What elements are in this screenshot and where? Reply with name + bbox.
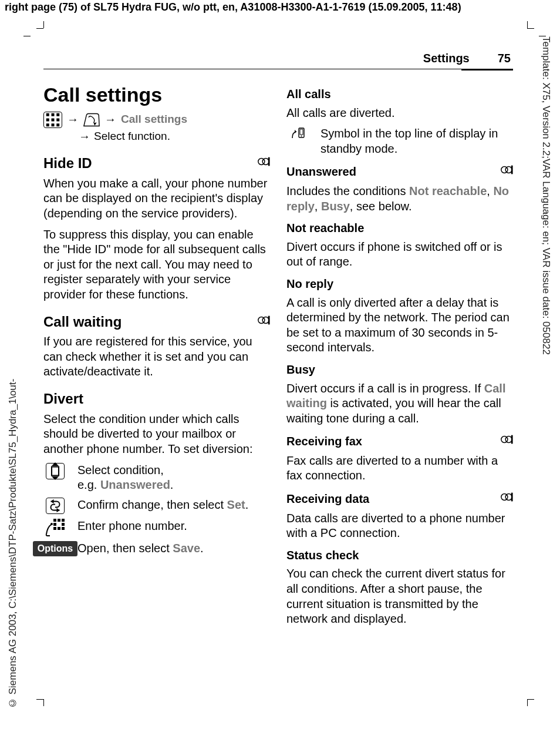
- svg-rect-7: [52, 123, 55, 126]
- menu-path-line2: → Select function.: [79, 129, 270, 145]
- page-number: 75: [498, 52, 511, 65]
- right-column: All calls All calls are diverted. Symbol…: [286, 80, 513, 633]
- h3-status-check: Status check: [286, 548, 513, 563]
- h2-divert: Divert: [43, 390, 270, 408]
- provider-icon: [500, 433, 513, 450]
- svg-rect-21: [53, 519, 56, 522]
- arrow-icon: →: [79, 129, 90, 145]
- svg-rect-23: [62, 519, 65, 522]
- h3-not-reachable: Not reachable: [286, 221, 513, 236]
- step2-a: Confirm change, then select: [77, 498, 227, 511]
- svg-point-41: [505, 494, 512, 501]
- all-calls-symbol-row: Symbol in the top line of display in sta…: [286, 126, 513, 156]
- svg-rect-24: [53, 523, 56, 526]
- menu-path: → → Call settings: [43, 112, 270, 128]
- unanswered-p: Includes the conditions Not reachable, N…: [286, 184, 513, 214]
- step4-c: .: [200, 542, 204, 555]
- h3-status-label: Status check: [286, 548, 359, 563]
- h3-receiving-fax: Receiving fax: [286, 433, 513, 450]
- confirm-icon: [46, 498, 65, 514]
- crop-mark: [36, 699, 43, 706]
- step4-b: Save: [173, 542, 200, 555]
- menu-grid-icon: [43, 112, 62, 128]
- provider-icon: [500, 163, 513, 180]
- svg-point-11: [262, 159, 269, 165]
- step2-b: Set: [227, 498, 245, 511]
- divert-display-icon: [291, 126, 306, 146]
- hide-id-p1: When you make a call, your phone number …: [43, 176, 270, 221]
- keypad-icon: [45, 519, 65, 536]
- status-p: You can check the current divert status …: [286, 566, 513, 626]
- h2-divert-label: Divert: [43, 390, 83, 408]
- svg-rect-8: [56, 123, 59, 126]
- h3-fax-label: Receiving fax: [286, 434, 362, 449]
- step-2: Confirm change, then select Set.: [43, 498, 270, 514]
- svg-rect-2: [56, 113, 59, 116]
- svg-marker-17: [52, 462, 59, 466]
- svg-rect-26: [53, 527, 56, 530]
- h3-unanswered-label: Unanswered: [286, 164, 356, 180]
- svg-point-14: [262, 317, 269, 323]
- template-info-right: Template: X75, Version 2.2;VAR Language:…: [538, 36, 552, 495]
- no-reply-p: A call is only diverted after a delay th…: [286, 296, 513, 355]
- h2-hide-id-label: Hide ID: [43, 155, 92, 173]
- svg-point-38: [505, 436, 512, 443]
- h3-all-calls-label: All calls: [286, 87, 331, 102]
- options-softkey: Options: [33, 541, 77, 556]
- print-header-page: right page (75): [5, 1, 77, 13]
- step-3: Enter phone number.: [43, 519, 270, 536]
- un-p-f: Busy: [321, 200, 350, 213]
- svg-marker-18: [52, 476, 59, 480]
- svg-rect-22: [58, 519, 60, 522]
- svg-point-32: [301, 136, 302, 137]
- svg-rect-6: [46, 123, 49, 126]
- h3-all-calls: All calls: [286, 87, 513, 102]
- arrow-icon: →: [104, 112, 116, 127]
- arrow-icon: →: [67, 112, 79, 127]
- h3-busy: Busy: [286, 362, 513, 378]
- content-area: Settings 75 Call settings → → Call setti…: [43, 52, 513, 633]
- svg-point-29: [50, 523, 53, 525]
- step-1: Select condition,e.g. Unanswered.: [43, 463, 270, 493]
- un-p-g: , see below.: [350, 200, 412, 213]
- step1-a: Select condition,: [77, 464, 164, 476]
- svg-rect-5: [56, 118, 59, 121]
- all-calls-p: All calls are diverted.: [286, 106, 513, 121]
- h2-call-waiting: Call waiting: [43, 313, 270, 331]
- h3-receiving-data: Receiving data: [286, 491, 513, 508]
- section-title: Settings: [423, 52, 470, 65]
- h1-call-settings: Call settings: [43, 82, 270, 108]
- step1-b: e.g.: [77, 478, 100, 491]
- provider-icon: [257, 155, 270, 173]
- h3-busy-label: Busy: [286, 362, 315, 378]
- busy-p: Divert occurs if a call is in progress. …: [286, 381, 513, 427]
- page: right page (75) of SL75 Hydra FUG, w/o p…: [0, 0, 560, 732]
- h2-call-waiting-label: Call waiting: [43, 313, 122, 331]
- step-4: Options Open, then select Save.: [43, 541, 270, 556]
- crop-mark: [527, 699, 534, 706]
- print-header-rest: of SL75 Hydra FUG, w/o ptt, en, A31008-H…: [77, 1, 461, 13]
- step4-a: Open, then select: [77, 542, 173, 555]
- un-p-e: ,: [315, 200, 321, 213]
- svg-marker-33: [295, 130, 296, 133]
- crop-mark: [527, 21, 534, 28]
- un-p-c: ,: [487, 184, 493, 197]
- fax-p: Fax calls are diverted to a number with …: [286, 454, 513, 483]
- svg-marker-9: [94, 122, 97, 125]
- left-column: Call settings → → Call settings → Select…: [43, 80, 270, 633]
- svg-rect-27: [58, 527, 60, 530]
- busy-p-a: Divert occurs if a call is in progress. …: [286, 382, 484, 395]
- svg-point-35: [505, 167, 512, 173]
- h2-hide-id: Hide ID: [43, 155, 270, 173]
- svg-rect-39: [511, 435, 513, 444]
- step2-c: .: [245, 498, 249, 511]
- menu-path-label: Call settings: [121, 112, 187, 126]
- data-p: Data calls are diverted to a phone numbe…: [286, 511, 513, 541]
- h3-not-reachable-label: Not reachable: [286, 221, 364, 236]
- svg-marker-20: [57, 508, 60, 513]
- svg-rect-36: [511, 166, 513, 174]
- running-head: Settings 75: [43, 52, 513, 69]
- step1-c: Unanswered: [100, 478, 170, 491]
- provider-icon: [500, 491, 513, 508]
- divert-steps: Select condition,e.g. Unanswered. Confir…: [43, 463, 270, 557]
